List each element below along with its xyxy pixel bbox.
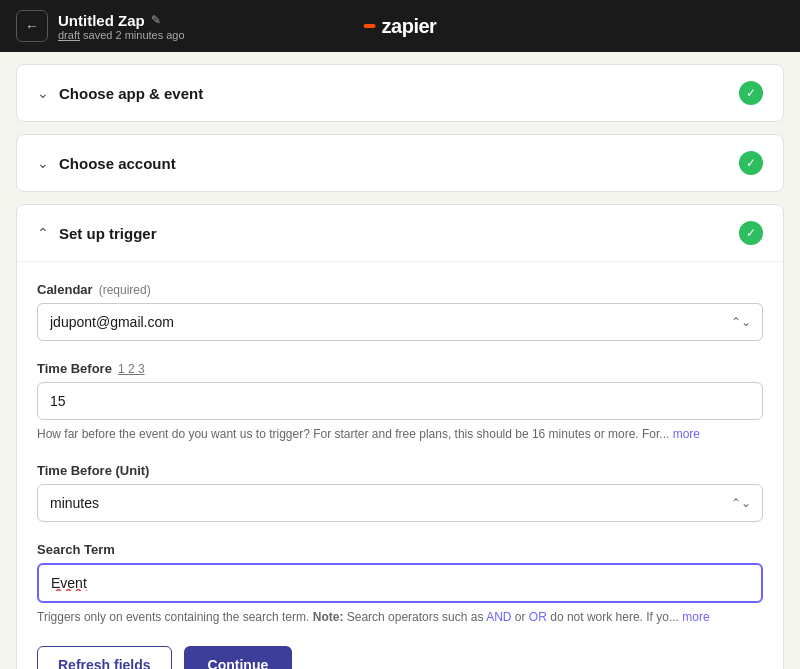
search-hint-or-pre: or <box>515 610 529 624</box>
choose-app-section: ⌄ Choose app & event ✓ <box>16 64 784 122</box>
time-before-field: Time Before 1 2 3 How far before the eve… <box>37 361 763 443</box>
chevron-up-icon: ⌃ <box>37 225 49 241</box>
edit-icon[interactable]: ✎ <box>151 13 161 27</box>
setup-trigger-header[interactable]: ⌃ Set up trigger ✓ <box>17 205 783 262</box>
search-hint-or-link[interactable]: OR <box>529 610 547 624</box>
choose-account-title: Choose account <box>59 155 176 172</box>
calendar-label: Calendar (required) <box>37 282 763 297</box>
logo-text: zapier <box>382 15 437 38</box>
main-content: ⌄ Choose app & event ✓ ⌄ Choose account … <box>0 64 800 669</box>
continue-button[interactable]: Continue <box>184 646 293 669</box>
time-before-more-link[interactable]: more <box>673 427 700 441</box>
time-before-hint-text: How far before the event do you want us … <box>37 427 669 441</box>
time-before-unit-field: Time Before (Unit) minutes ⌃⌄ <box>37 463 763 522</box>
search-hint-post: do not work here. If yo... <box>550 610 679 624</box>
setup-trigger-section: ⌃ Set up trigger ✓ Calendar (required) j… <box>16 204 784 669</box>
search-more-link[interactable]: more <box>682 610 709 624</box>
search-hint-note: Note: <box>313 610 344 624</box>
search-term-input[interactable] <box>37 563 763 603</box>
setup-trigger-title: Set up trigger <box>59 225 157 242</box>
choose-app-check: ✓ <box>739 81 763 105</box>
time-before-input[interactable] <box>37 382 763 420</box>
time-before-label-row: Time Before 1 2 3 <box>37 361 763 376</box>
top-nav: ← Untitled Zap ✎ draft saved 2 minutes a… <box>0 0 800 52</box>
search-term-label-text: Search Term <box>37 542 115 557</box>
draft-text: draft <box>58 29 80 41</box>
setup-trigger-check: ✓ <box>739 221 763 245</box>
calendar-label-text: Calendar <box>37 282 93 297</box>
draft-status: draft saved 2 minutes ago <box>58 29 185 41</box>
search-term-label: Search Term <box>37 542 763 557</box>
logo-dash <box>364 24 376 28</box>
search-term-field: Search Term Triggers only on events cont… <box>37 542 763 626</box>
choose-app-header[interactable]: ⌄ Choose app & event ✓ <box>17 65 783 121</box>
search-hint-pre: Triggers only on events containing the s… <box>37 610 309 624</box>
search-term-hint: Triggers only on events containing the s… <box>37 609 763 626</box>
choose-account-header-left: ⌄ Choose account <box>37 155 176 172</box>
chevron-down-icon: ⌄ <box>37 85 49 101</box>
search-hint-and-link[interactable]: AND <box>486 610 511 624</box>
time-before-unit-label-text: Time Before (Unit) <box>37 463 149 478</box>
choose-account-section: ⌄ Choose account ✓ <box>16 134 784 192</box>
time-before-label-text: Time Before <box>37 361 112 376</box>
back-button[interactable]: ← <box>16 10 48 42</box>
choose-app-header-left: ⌄ Choose app & event <box>37 85 203 102</box>
time-before-unit-label: Time Before (Unit) <box>37 463 763 478</box>
time-before-unit-select[interactable]: minutes <box>37 484 763 522</box>
setup-trigger-header-left: ⌃ Set up trigger <box>37 225 157 242</box>
choose-account-header[interactable]: ⌄ Choose account ✓ <box>17 135 783 191</box>
zapier-logo: zapier <box>364 15 437 38</box>
calendar-field: Calendar (required) jdupont@gmail.com ⌃⌄ <box>37 282 763 341</box>
time-before-unit-select-wrapper: minutes ⌃⌄ <box>37 484 763 522</box>
zap-title-row: Untitled Zap ✎ <box>58 12 185 29</box>
search-hint-mid: Search operators such as <box>347 610 486 624</box>
saved-text: saved 2 minutes ago <box>83 29 185 41</box>
nav-left: ← Untitled Zap ✎ draft saved 2 minutes a… <box>16 10 185 42</box>
calendar-select-wrapper: jdupont@gmail.com ⌃⌄ <box>37 303 763 341</box>
zap-title-area: Untitled Zap ✎ draft saved 2 minutes ago <box>58 12 185 41</box>
action-buttons: Refresh fields Continue <box>37 646 763 669</box>
trigger-body: Calendar (required) jdupont@gmail.com ⌃⌄… <box>17 262 783 669</box>
zap-title: Untitled Zap <box>58 12 145 29</box>
time-before-numbers[interactable]: 1 2 3 <box>118 362 145 376</box>
calendar-select[interactable]: jdupont@gmail.com <box>37 303 763 341</box>
calendar-required: (required) <box>99 283 151 297</box>
time-before-hint: How far before the event do you want us … <box>37 426 763 443</box>
choose-account-check: ✓ <box>739 151 763 175</box>
chevron-down-icon: ⌄ <box>37 155 49 171</box>
choose-app-title: Choose app & event <box>59 85 203 102</box>
refresh-fields-button[interactable]: Refresh fields <box>37 646 172 669</box>
